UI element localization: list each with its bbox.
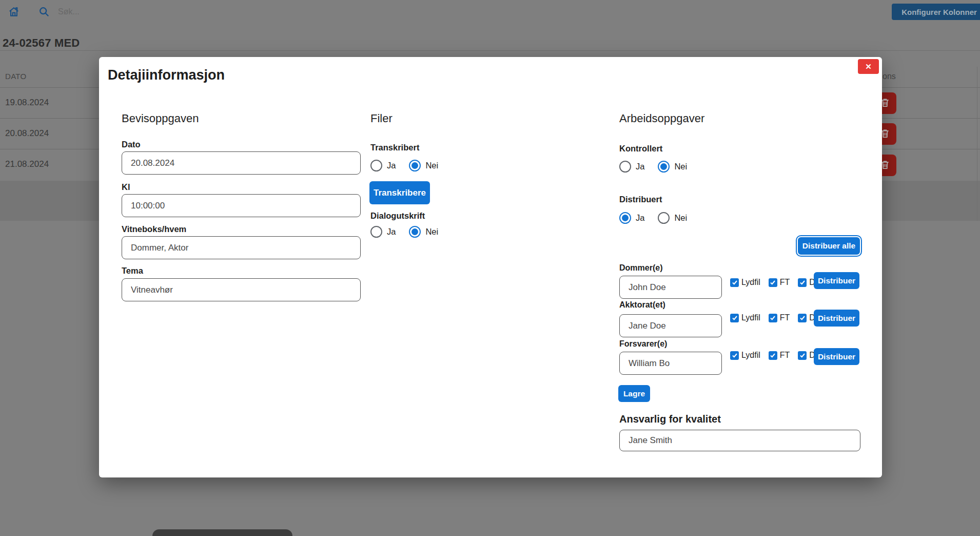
table-top-border	[0, 50, 980, 51]
radio-icon-selected	[658, 161, 670, 173]
akktorat-input[interactable]	[619, 314, 722, 337]
radio-icon-selected	[409, 160, 421, 171]
kontrollert-ja-radio[interactable]: Ja	[619, 161, 644, 173]
checkbox-checked-icon	[730, 314, 739, 322]
table-header-actions: ons	[883, 72, 896, 81]
ft-checkbox[interactable]: FT	[769, 351, 790, 360]
radio-label: Nei	[674, 213, 687, 223]
transkribert-nei-radio[interactable]: Nei	[409, 160, 438, 171]
checkbox-label: FT	[780, 278, 790, 287]
transkribere-button[interactable]: Transkribere	[369, 181, 430, 204]
table-header-dato: DATO	[5, 72, 26, 81]
search-input[interactable]	[58, 5, 227, 18]
field-label-tema: Tema	[122, 266, 143, 276]
top-bar: Konfigurer Kolonner	[0, 0, 980, 23]
distribuert-nei-radio[interactable]: Nei	[658, 212, 687, 224]
transkribert-radio-group: Ja Nei	[370, 160, 447, 171]
distribuer-akktorat-button[interactable]: Distribuer	[814, 310, 859, 327]
checkbox-label: FT	[780, 313, 790, 322]
checkbox-checked-icon	[769, 351, 777, 360]
dialogutskrift-ja-radio[interactable]: Ja	[370, 226, 396, 238]
search-icon	[38, 11, 50, 19]
distribuer-alle-button[interactable]: Distribuer alle	[797, 236, 861, 256]
label-akktorat: Akktorat(et)	[619, 300, 665, 310]
checkbox-label: Lydfil	[741, 351, 760, 360]
dato-input[interactable]	[122, 151, 361, 175]
akktorat-checkbox-row: Lydfil FT DU	[730, 313, 827, 322]
checkbox-checked-icon	[730, 278, 739, 287]
detail-info-modal: Detajiinformasjon ✕ Bevisoppgaven Dato K…	[99, 57, 882, 477]
label-distribuert: Distribuert	[619, 195, 662, 204]
ft-checkbox[interactable]: FT	[769, 313, 790, 322]
close-button[interactable]: ✕	[858, 59, 879, 74]
distribuert-ja-radio[interactable]: Ja	[619, 212, 644, 224]
search-button[interactable]	[38, 6, 50, 17]
tema-input[interactable]	[122, 278, 361, 301]
section-heading-arbeidsoppgaver: Arbeidsoppgaver	[619, 112, 704, 125]
vitneboks-input[interactable]	[122, 236, 361, 259]
checkbox-checked-icon	[798, 351, 807, 360]
label-ansvarlig-for-kvalitet: Ansvarlig for kvalitet	[619, 413, 721, 425]
dialogutskrift-radio-group: Ja Nei	[370, 226, 447, 238]
radio-label: Nei	[425, 161, 438, 170]
ft-checkbox[interactable]: FT	[769, 278, 790, 287]
radio-icon-selected	[409, 226, 421, 238]
radio-label: Ja	[387, 161, 396, 170]
date-cell: 19.08.2024	[5, 98, 49, 108]
field-label-dato: Dato	[122, 140, 141, 149]
forsvarer-checkbox-row: Lydfil FT DU	[730, 351, 827, 360]
lagre-button[interactable]: Lagre	[618, 385, 650, 402]
modal-title: Detajiinformasjon	[108, 67, 225, 83]
radio-icon	[658, 212, 670, 224]
label-kontrollert: Kontrollert	[619, 144, 662, 154]
label-transkribert: Transkribert	[370, 143, 419, 152]
checkbox-checked-icon	[798, 278, 807, 287]
radio-icon	[370, 226, 382, 238]
checkbox-label: Lydfil	[741, 313, 760, 322]
kontrollert-nei-radio[interactable]: Nei	[658, 161, 687, 173]
forsvarer-input[interactable]	[619, 352, 722, 375]
lydfil-checkbox[interactable]: Lydfil	[730, 313, 760, 322]
close-icon: ✕	[865, 62, 872, 71]
field-label-vitneboks: Vitneboks/hvem	[122, 224, 186, 234]
date-cell: 21.08.2024	[5, 159, 49, 169]
radio-icon-selected	[619, 212, 631, 224]
checkbox-checked-icon	[730, 351, 739, 360]
distribuer-forsvarer-button[interactable]: Distribuer	[814, 348, 859, 365]
dialogutskrift-nei-radio[interactable]: Nei	[409, 226, 438, 238]
lydfil-checkbox[interactable]: Lydfil	[730, 278, 760, 287]
kl-input[interactable]	[122, 194, 361, 217]
dommer-checkbox-row: Lydfil FT DU	[730, 278, 827, 287]
label-dialogutskrift: Dialogutskrift	[370, 211, 425, 221]
radio-label: Nei	[425, 227, 438, 237]
transkribert-ja-radio[interactable]: Ja	[370, 160, 396, 171]
case-title: 24-02567 MED	[3, 36, 80, 50]
distribuer-dommer-button[interactable]: Distribuer	[814, 272, 859, 289]
kontrollert-radio-group: Ja Nei	[619, 161, 696, 173]
radio-label: Ja	[387, 227, 396, 237]
date-cell: 20.08.2024	[5, 128, 49, 139]
checkbox-checked-icon	[769, 314, 777, 322]
configure-columns-button[interactable]: Konfigurer Kolonner	[892, 4, 980, 20]
label-forsvarer: Forsvarer(e)	[619, 339, 667, 349]
section-heading-filer: Filer	[370, 112, 393, 125]
radio-icon	[619, 161, 631, 173]
toast	[152, 529, 292, 536]
checkbox-checked-icon	[769, 278, 777, 287]
field-label-kl: Kl	[122, 182, 130, 192]
checkbox-label: Lydfil	[741, 278, 760, 287]
label-dommer: Dommer(e)	[619, 263, 662, 273]
dommer-input[interactable]	[619, 276, 722, 299]
ansvarlig-input[interactable]	[619, 430, 860, 451]
checkbox-checked-icon	[798, 314, 807, 322]
home-icon	[8, 11, 19, 19]
section-heading-bevisoppgaven: Bevisoppgaven	[122, 112, 199, 125]
distribuert-radio-group: Ja Nei	[619, 212, 696, 224]
checkbox-label: FT	[780, 351, 790, 360]
radio-label: Ja	[636, 213, 644, 223]
radio-label: Nei	[674, 162, 687, 171]
radio-label: Ja	[636, 162, 644, 171]
lydfil-checkbox[interactable]: Lydfil	[730, 351, 760, 360]
radio-icon	[370, 160, 382, 171]
home-button[interactable]	[8, 6, 19, 17]
